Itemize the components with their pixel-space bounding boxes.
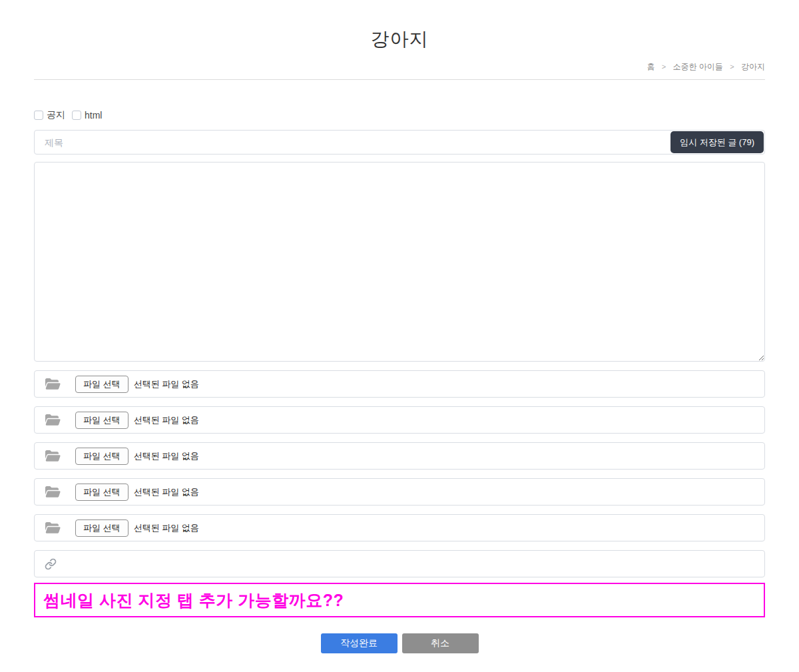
- html-checkbox-label: html: [85, 110, 102, 121]
- file-upload-row: 파일 선택 선택된 파일 없음: [34, 370, 765, 398]
- file-upload-row: 파일 선택 선택된 파일 없음: [34, 478, 765, 505]
- page-title: 강아지: [34, 0, 765, 52]
- file-select-button[interactable]: 파일 선택: [75, 484, 129, 501]
- folder-open-icon: [45, 486, 61, 498]
- saved-drafts-button[interactable]: 임시 저장된 글 (79): [670, 131, 764, 153]
- file-select-button[interactable]: 파일 선택: [75, 376, 129, 393]
- file-status-text: 선택된 파일 없음: [134, 378, 199, 390]
- header-divider: [34, 79, 765, 80]
- folder-open-icon: [45, 521, 61, 534]
- file-upload-row: 파일 선택 선택된 파일 없음: [34, 406, 765, 434]
- breadcrumb-home-link[interactable]: 홈: [647, 62, 655, 71]
- file-status-text: 선택된 파일 없음: [134, 414, 199, 426]
- form-actions: 작성완료 취소: [34, 633, 765, 653]
- breadcrumb-separator: >: [730, 63, 734, 71]
- file-status-text: 선택된 파일 없음: [134, 522, 199, 534]
- notice-checkbox[interactable]: [34, 111, 43, 120]
- file-status-text: 선택된 파일 없음: [134, 450, 199, 462]
- notice-checkbox-label: 공지: [47, 109, 65, 121]
- folder-open-icon: [45, 378, 61, 390]
- folder-open-icon: [45, 450, 61, 462]
- breadcrumb-current: 강아지: [741, 62, 765, 71]
- file-select-button[interactable]: 파일 선택: [75, 412, 129, 429]
- file-select-button[interactable]: 파일 선택: [75, 448, 129, 465]
- thumbnail-request-note-box: 썸네일 사진 지정 탭 추가 가능할까요??: [34, 583, 765, 617]
- file-upload-row: 파일 선택 선택된 파일 없음: [34, 514, 765, 541]
- html-checkbox[interactable]: [72, 111, 81, 120]
- submit-button[interactable]: 작성완료: [321, 633, 398, 653]
- cancel-button[interactable]: 취소: [402, 633, 479, 653]
- folder-open-icon: [45, 414, 61, 426]
- link-input-row: [34, 550, 765, 577]
- file-select-button[interactable]: 파일 선택: [75, 519, 129, 537]
- file-upload-row: 파일 선택 선택된 파일 없음: [34, 442, 765, 470]
- breadcrumb-category-link[interactable]: 소중한 아이들: [673, 62, 723, 71]
- post-title-input[interactable]: [34, 130, 765, 155]
- breadcrumb-separator: >: [662, 63, 666, 71]
- file-status-text: 선택된 파일 없음: [134, 486, 199, 498]
- link-chain-icon: [45, 558, 57, 570]
- title-input-row: 임시 저장된 글 (79): [34, 130, 765, 155]
- post-editor-page: 강아지 홈 > 소중한 아이들 > 강아지 공지 html 임시 저장된 글 (…: [0, 0, 799, 653]
- post-content-textarea[interactable]: [34, 162, 765, 362]
- link-url-input[interactable]: [63, 551, 754, 577]
- breadcrumb: 홈 > 소중한 아이들 > 강아지: [34, 61, 765, 73]
- post-options-row: 공지 html: [34, 109, 765, 121]
- thumbnail-request-note-text: 썸네일 사진 지정 탭 추가 가능할까요??: [43, 589, 344, 611]
